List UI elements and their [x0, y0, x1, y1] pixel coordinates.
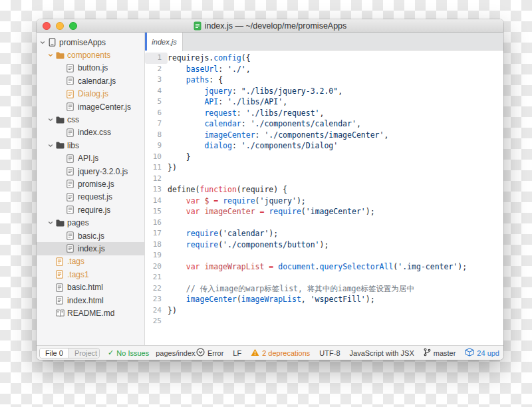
- build-status-label: Error: [207, 349, 223, 357]
- code-line[interactable]: 18 require('./components/button');: [145, 239, 503, 251]
- code-line[interactable]: 2 baseUrl: './',: [145, 64, 503, 75]
- js-file-icon: [194, 21, 201, 31]
- tree-view[interactable]: promiseAppscomponentsbutton.jscalendar.j…: [37, 33, 145, 345]
- tree-item-calendar-js[interactable]: calendar.js: [37, 74, 144, 87]
- issues-scope-toggle: File 0 Project 0: [39, 348, 100, 358]
- code-line[interactable]: 22 // 传入image的warp标签list, 将其中的iamge标签设置为…: [145, 283, 503, 295]
- tree-item-index-css[interactable]: index.css: [37, 126, 144, 139]
- tree-item-css[interactable]: css: [37, 113, 144, 126]
- code-line-text: imageCenter: './components/imageCenter',: [168, 130, 388, 141]
- line-number: 3: [145, 74, 168, 86]
- check-icon: ✓: [108, 348, 114, 357]
- line-number: 16: [145, 217, 168, 229]
- minimize-button[interactable]: [56, 22, 64, 30]
- code-line[interactable]: 21: [145, 272, 503, 283]
- tree-item-jquery-3-2-0-js[interactable]: jquery-3.2.0.js: [37, 165, 144, 178]
- issues-scope-file-button[interactable]: File 0: [40, 348, 69, 358]
- tree-item-require-js[interactable]: require.js: [37, 204, 144, 216]
- code-line[interactable]: 25: [145, 316, 503, 327]
- file-icon: [66, 64, 78, 72]
- code-line-text: jquery: "./libs/jquery-3.2.0",: [168, 86, 342, 97]
- folder-icon: [56, 219, 67, 227]
- chevron-down-icon[interactable]: [40, 40, 48, 45]
- code-line[interactable]: 6 request: './libs/request',: [145, 108, 503, 119]
- tree-item-promiseapps[interactable]: promiseApps: [37, 36, 144, 49]
- tab-bar: index.js: [145, 33, 503, 51]
- code-line[interactable]: 9 dialog: './components/Dialog': [145, 140, 503, 152]
- code-line[interactable]: 12: [145, 174, 503, 185]
- code-editor[interactable]: 1requirejs.config({2 baseUrl: './',3 pat…: [145, 51, 503, 345]
- tree-item-request-js[interactable]: request.js: [37, 191, 144, 204]
- tree-item-pages[interactable]: pages: [37, 216, 144, 229]
- deprecations-status[interactable]: 2 deprecations: [251, 348, 310, 358]
- code-line-text: require('calendar');: [168, 228, 278, 239]
- code-line[interactable]: 5 API: './libs/API',: [145, 96, 503, 108]
- tree-item-basic-js[interactable]: basic.js: [37, 229, 144, 242]
- code-line[interactable]: 10 }: [145, 152, 503, 163]
- line-number: 24: [145, 305, 168, 317]
- git-branch-status[interactable]: master: [424, 348, 456, 358]
- code-line[interactable]: 20 var imageWrapList = document.querySel…: [145, 261, 503, 273]
- line-number: 4: [145, 86, 168, 97]
- tree-item-basic-html[interactable]: basic.html: [37, 281, 144, 293]
- book-icon: [56, 309, 67, 317]
- linter-status-label: No Issues: [116, 349, 149, 357]
- titlebar[interactable]: index.js — ~/develop/me/promiseApps: [37, 19, 503, 33]
- zoom-button[interactable]: [69, 22, 77, 30]
- folder-icon: [56, 116, 67, 124]
- code-line-text: request: './libs/request',: [168, 108, 324, 119]
- code-line[interactable]: 8 imageCenter: './components/imageCenter…: [145, 130, 503, 141]
- chevron-down-icon[interactable]: [48, 143, 56, 148]
- git-branch-icon: [424, 348, 431, 358]
- tree-item-label: pages: [67, 218, 89, 227]
- linter-status[interactable]: ✓ No Issues: [108, 348, 149, 357]
- code-line-text: var imageCenter = require('imageCenter')…: [168, 206, 375, 217]
- tab-index-js[interactable]: index.js: [147, 33, 183, 51]
- code-line-text: requirejs.config({: [168, 53, 251, 64]
- close-button[interactable]: [43, 22, 51, 30]
- tree-item-components[interactable]: components: [37, 49, 144, 61]
- editor-pane: index.js 1requirejs.config({2 baseUrl: '…: [145, 33, 503, 345]
- tree-item-api-js[interactable]: API.js: [37, 152, 144, 165]
- line-ending-selector[interactable]: LF: [233, 349, 241, 357]
- tree-item-readme-md[interactable]: README.md: [37, 307, 144, 319]
- atom-window: index.js — ~/develop/me/promiseApps prom…: [37, 19, 503, 360]
- build-status[interactable]: Error: [196, 348, 223, 358]
- tree-item-button-js[interactable]: button.js: [37, 62, 144, 74]
- file-path[interactable]: pages/index.js: [156, 349, 196, 357]
- code-line[interactable]: 24}): [145, 305, 503, 317]
- code-line[interactable]: 23 imageCenter(imageWrapList, 'wspectFil…: [145, 294, 503, 305]
- code-line[interactable]: 7 calendar: './components/calendar',: [145, 118, 503, 130]
- tree-item-label: .tags1: [67, 270, 89, 279]
- tree-item-libs[interactable]: libs: [37, 139, 144, 152]
- tree-item-label: jquery-3.2.0.js: [78, 167, 128, 176]
- line-number: 20: [145, 261, 168, 273]
- chevron-down-icon[interactable]: [48, 220, 56, 225]
- code-line[interactable]: 17 require('calendar');: [145, 228, 503, 239]
- code-line[interactable]: 3 paths: {: [145, 74, 503, 86]
- line-number: 14: [145, 196, 168, 207]
- tree-item-imagecenter-js[interactable]: imageCenter.js: [37, 100, 144, 113]
- tree-item-index-html[interactable]: index.html: [37, 294, 144, 307]
- tree-item-index-js[interactable]: index.js: [37, 242, 144, 255]
- window-title-text: index.js — ~/develop/me/promiseApps: [205, 21, 347, 31]
- package-updates-status[interactable]: 24 upd: [465, 348, 499, 358]
- tree-item-promise-js[interactable]: promise.js: [37, 178, 144, 190]
- tree-item-tags1[interactable]: .tags1: [37, 268, 144, 281]
- code-line[interactable]: 4 jquery: "./libs/jquery-3.2.0",: [145, 86, 503, 97]
- grammar-selector[interactable]: JavaScript with JSX: [350, 349, 414, 357]
- tree-item-tags[interactable]: .tags: [37, 255, 144, 268]
- code-line[interactable]: 1requirejs.config({: [145, 53, 503, 64]
- code-line[interactable]: 15 var imageCenter = require('imageCente…: [145, 206, 503, 217]
- code-line[interactable]: 11}): [145, 162, 503, 174]
- code-line[interactable]: 19: [145, 250, 503, 261]
- code-line[interactable]: 13define(function(require) {: [145, 184, 503, 196]
- encoding-selector[interactable]: UTF-8: [319, 349, 340, 357]
- tree-item-label: promiseApps: [59, 38, 106, 47]
- chevron-down-icon[interactable]: [48, 53, 56, 58]
- chevron-down-icon[interactable]: [48, 117, 56, 122]
- tree-item-dialog-js[interactable]: Dialog.js: [37, 88, 144, 100]
- code-line[interactable]: 14 var $ = require('jquery');: [145, 196, 503, 207]
- code-line[interactable]: 16: [145, 217, 503, 229]
- issues-scope-project-button[interactable]: Project 0: [69, 348, 100, 358]
